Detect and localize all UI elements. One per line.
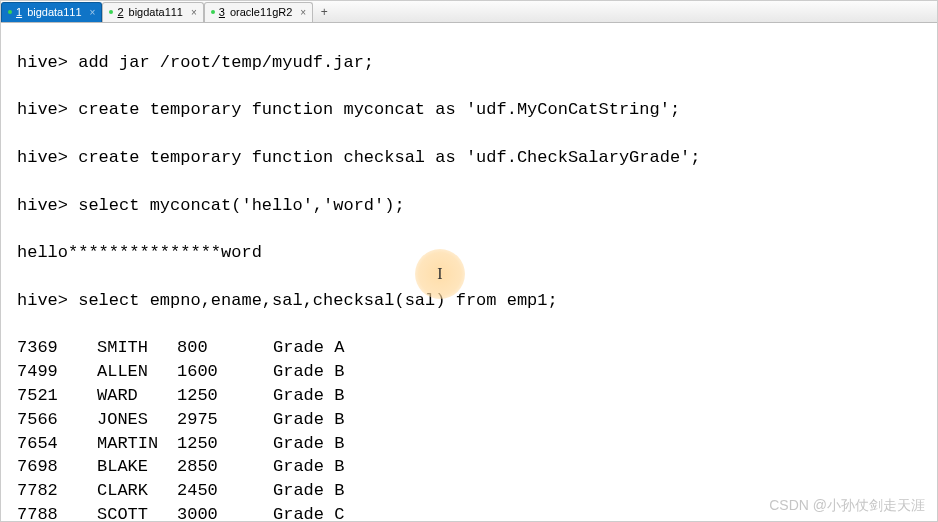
cell-ename: WARD — [97, 384, 177, 408]
add-tab-button[interactable]: + — [315, 3, 333, 21]
hive-prompt: hive> — [17, 291, 68, 310]
cell-grade: Grade B — [273, 455, 344, 479]
cell-ename: ALLEN — [97, 360, 177, 384]
cell-sal: 2850 — [177, 455, 273, 479]
tab-bar: 1 bigdata111 × 2 bigdata111 × 3 oracle11… — [1, 1, 937, 23]
cell-grade: Grade A — [273, 336, 344, 360]
watermark-text: CSDN @小孙仗剑走天涯 — [769, 497, 925, 515]
hive-prompt: hive> — [17, 53, 68, 72]
status-dot-icon — [109, 10, 113, 14]
table-row: 7566JONES2975Grade B — [17, 408, 925, 432]
cell-sal: 2450 — [177, 479, 273, 503]
cell-ename: JONES — [97, 408, 177, 432]
cell-grade: Grade B — [273, 408, 344, 432]
cell-grade: Grade C — [273, 503, 344, 522]
tab-label: bigdata111 — [129, 6, 183, 18]
cell-ename: SMITH — [97, 336, 177, 360]
result-table: 7369SMITH800Grade A7499ALLEN1600Grade B7… — [17, 336, 925, 522]
cell-empno: 7499 — [17, 360, 97, 384]
output-line: hello***************word — [17, 241, 925, 265]
tab-oracle11gr2[interactable]: 3 oracle11gR2 × — [204, 2, 313, 22]
cell-grade: Grade B — [273, 479, 344, 503]
cell-ename: BLAKE — [97, 455, 177, 479]
tab-label: oracle11gR2 — [230, 6, 292, 18]
cell-sal: 800 — [177, 336, 273, 360]
command-text: select empno,ename,sal,checksal(sal) fro… — [78, 291, 557, 310]
close-icon[interactable]: × — [90, 7, 96, 18]
status-dot-icon — [8, 10, 12, 14]
tab-accelerator: 1 — [16, 6, 22, 18]
close-icon[interactable]: × — [300, 7, 306, 18]
tab-bigdata111-2[interactable]: 2 bigdata111 × — [102, 2, 203, 22]
tab-accelerator: 2 — [117, 6, 123, 18]
cell-empno: 7788 — [17, 503, 97, 522]
close-icon[interactable]: × — [191, 7, 197, 18]
cell-grade: Grade B — [273, 360, 344, 384]
hive-prompt: hive> — [17, 100, 68, 119]
table-row: 7521WARD1250Grade B — [17, 384, 925, 408]
table-row: 7654MARTIN1250Grade B — [17, 432, 925, 456]
tab-accelerator: 3 — [219, 6, 225, 18]
table-row: 7369SMITH800Grade A — [17, 336, 925, 360]
cell-sal: 2975 — [177, 408, 273, 432]
hive-prompt: hive> — [17, 196, 68, 215]
tab-bigdata111-1[interactable]: 1 bigdata111 × — [1, 2, 102, 22]
cell-empno: 7654 — [17, 432, 97, 456]
command-text: create temporary function checksal as 'u… — [78, 148, 700, 167]
cell-empno: 7782 — [17, 479, 97, 503]
cell-ename: CLARK — [97, 479, 177, 503]
table-row: 7698BLAKE2850Grade B — [17, 455, 925, 479]
cell-grade: Grade B — [273, 432, 344, 456]
cell-empno: 7698 — [17, 455, 97, 479]
cell-sal: 1250 — [177, 432, 273, 456]
cell-empno: 7369 — [17, 336, 97, 360]
tab-label: bigdata111 — [27, 6, 81, 18]
command-text: select myconcat('hello','word'); — [78, 196, 404, 215]
cell-empno: 7566 — [17, 408, 97, 432]
cell-ename: SCOTT — [97, 503, 177, 522]
status-dot-icon — [211, 10, 215, 14]
terminal-output[interactable]: hive> add jar /root/temp/myudf.jar; hive… — [1, 23, 937, 522]
table-row: 7499ALLEN1600Grade B — [17, 360, 925, 384]
command-text: create temporary function myconcat as 'u… — [78, 100, 680, 119]
command-text: add jar /root/temp/myudf.jar; — [78, 53, 374, 72]
cell-sal: 1600 — [177, 360, 273, 384]
cell-sal: 1250 — [177, 384, 273, 408]
hive-prompt: hive> — [17, 148, 68, 167]
cell-grade: Grade B — [273, 384, 344, 408]
cell-sal: 3000 — [177, 503, 273, 522]
cell-ename: MARTIN — [97, 432, 177, 456]
cell-empno: 7521 — [17, 384, 97, 408]
